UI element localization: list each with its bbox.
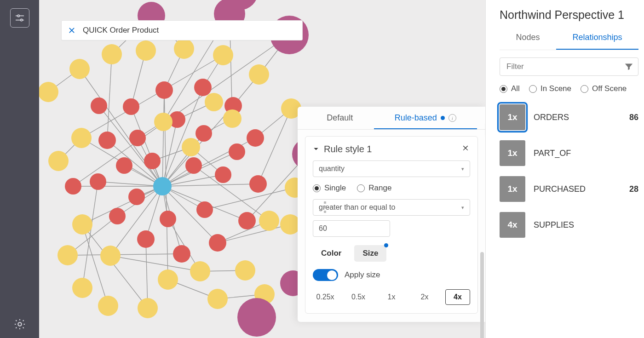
style-tab-color[interactable]: Color — [313, 245, 350, 262]
property-select[interactable]: quantity ▾ — [313, 160, 470, 177]
relationship-row[interactable]: 1xPART_OF — [500, 140, 638, 166]
svg-point-77 — [194, 79, 212, 96]
sliders-icon[interactable] — [10, 8, 29, 28]
svg-point-102 — [72, 214, 92, 235]
size-option-1x[interactable]: 1x — [379, 289, 404, 305]
scope-off-scene[interactable]: Off Scene — [581, 84, 627, 93]
chevron-down-icon[interactable] — [313, 144, 319, 155]
svg-point-87 — [238, 212, 256, 229]
relationship-count: 86 — [629, 113, 638, 122]
tab-nodes[interactable]: Nodes — [500, 30, 556, 50]
mode-range-label: Range — [368, 183, 391, 193]
filter-input[interactable] — [500, 57, 638, 76]
svg-point-106 — [136, 40, 156, 61]
search-text: QUICK Order Product — [83, 26, 159, 35]
relationship-row[interactable]: 1xPURCHASED28 — [500, 176, 638, 202]
relationship-badge[interactable]: 1x — [500, 176, 525, 202]
svg-point-94 — [160, 211, 176, 227]
remove-rule-icon[interactable] — [462, 143, 470, 155]
size-options: 0.25x0.5x1x2x4x — [313, 289, 470, 305]
svg-line-69 — [258, 109, 291, 184]
size-option-0.5x[interactable]: 0.5x — [346, 289, 371, 305]
relationship-row[interactable]: 1xORDERS86 — [500, 104, 638, 130]
svg-point-81 — [153, 177, 172, 195]
size-option-2x[interactable]: 2x — [412, 289, 437, 305]
right-panel: Northwind Perspective 1 Nodes Relationsh… — [485, 0, 644, 338]
svg-point-116 — [39, 82, 58, 102]
panel-drag-handle[interactable] — [324, 201, 326, 213]
rule-title: Rule style 1 — [324, 144, 372, 155]
svg-point-114 — [207, 289, 228, 309]
tab-relationships[interactable]: Relationships — [556, 30, 638, 50]
style-tab-size-label: Size — [362, 249, 378, 258]
size-option-4x[interactable]: 4x — [445, 289, 470, 305]
svg-point-76 — [155, 81, 173, 99]
svg-point-121 — [154, 113, 172, 131]
svg-point-111 — [58, 245, 78, 265]
search-chip: QUICK Order Product — [61, 20, 303, 40]
svg-point-105 — [102, 44, 122, 64]
svg-point-117 — [259, 211, 279, 231]
svg-point-120 — [205, 93, 223, 111]
svg-point-109 — [249, 64, 269, 85]
svg-point-108 — [213, 45, 233, 65]
filter-icon[interactable] — [624, 62, 634, 74]
mode-radio-group: Single Range — [313, 183, 470, 193]
close-icon[interactable] — [68, 27, 75, 34]
svg-point-90 — [129, 130, 146, 146]
info-icon[interactable]: i — [448, 114, 456, 122]
scope-all[interactable]: All — [500, 84, 520, 93]
svg-line-11 — [162, 184, 258, 186]
tab-default[interactable]: Default — [306, 107, 374, 129]
relationship-name: PURCHASED — [534, 184, 621, 194]
relationship-name: SUPPLIES — [534, 220, 638, 230]
relationship-name: ORDERS — [534, 113, 621, 122]
size-option-0.25x[interactable]: 0.25x — [313, 289, 338, 305]
value-input[interactable] — [313, 220, 390, 237]
mode-single[interactable]: Single — [313, 183, 346, 193]
svg-point-75 — [123, 98, 139, 115]
svg-point-104 — [69, 59, 90, 79]
rule-active-dot — [441, 116, 445, 120]
svg-point-124 — [190, 261, 210, 281]
svg-line-73 — [68, 254, 182, 255]
scope-in-scene[interactable]: In Scene — [529, 84, 571, 93]
scope-radio-group: All In Scene Off Scene — [500, 84, 638, 93]
mode-range[interactable]: Range — [357, 183, 391, 193]
graph-canvas[interactable]: QUICK Order Product Default Rule-based i… — [39, 0, 485, 338]
rule-style-panel: Default Rule-based i Rule style 1 — [298, 107, 485, 322]
svg-point-103 — [100, 246, 121, 266]
svg-point-101 — [65, 178, 81, 195]
chevron-down-icon: ▾ — [461, 205, 464, 211]
operator-select[interactable]: greater than or equal to ▾ — [313, 199, 470, 216]
rule-card: Rule style 1 quantity ▾ Single — [305, 136, 478, 314]
filter-wrap — [500, 57, 638, 76]
relationship-badge[interactable]: 1x — [500, 140, 525, 166]
tab-rule-based[interactable]: Rule-based i — [374, 107, 477, 129]
apply-size-toggle[interactable] — [313, 269, 338, 281]
relationship-badge[interactable]: 4x — [500, 212, 525, 238]
svg-point-80 — [249, 175, 267, 193]
svg-point-95 — [128, 189, 145, 205]
svg-point-88 — [196, 125, 212, 142]
relationship-row[interactable]: 4xSUPPLIES — [500, 212, 638, 238]
svg-point-3 — [20, 19, 22, 21]
right-tabs: Nodes Relationships — [500, 30, 638, 50]
svg-point-83 — [109, 208, 126, 224]
svg-point-93 — [215, 166, 231, 183]
svg-point-135 — [237, 298, 276, 337]
svg-point-127 — [48, 151, 69, 171]
svg-point-4 — [18, 322, 21, 326]
gear-icon[interactable] — [13, 318, 26, 332]
radio-icon — [357, 184, 365, 192]
svg-point-1 — [17, 15, 19, 17]
relationship-badge[interactable]: 1x — [500, 104, 525, 130]
svg-line-35 — [107, 54, 112, 140]
style-tab-size[interactable]: Size — [354, 245, 386, 262]
chevron-down-icon: ▾ — [461, 166, 464, 172]
svg-line-7 — [162, 90, 164, 186]
svg-point-92 — [185, 157, 202, 174]
svg-point-99 — [91, 97, 107, 114]
tab-rule-based-label: Rule-based — [395, 113, 437, 123]
radio-icon — [313, 184, 321, 192]
